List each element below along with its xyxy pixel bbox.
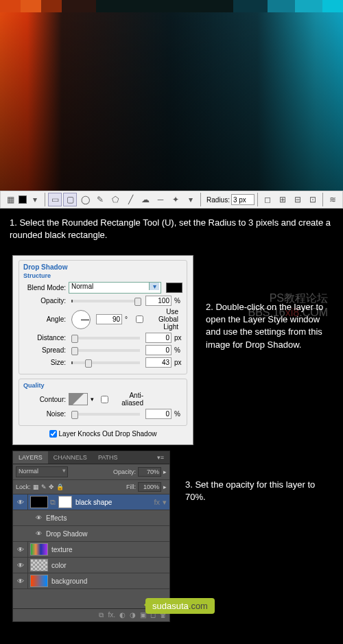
- layer-fill-input[interactable]: [138, 482, 161, 492]
- size-input[interactable]: [145, 357, 172, 368]
- step-3-text: 3. Set the opacity for this layer to 70%…: [185, 479, 329, 503]
- opacity-label: Opacity:: [23, 297, 66, 305]
- eye-icon[interactable]: 👁: [32, 510, 45, 525]
- layer-row-background[interactable]: 👁 background: [13, 573, 169, 589]
- combine-subtract-icon[interactable]: ⊟: [291, 193, 305, 206]
- layer-opacity-input[interactable]: [138, 467, 161, 477]
- distance-input[interactable]: [145, 333, 172, 343]
- eye-icon[interactable]: 👁: [13, 542, 28, 557]
- layer-thumb: [30, 575, 48, 587]
- opacity-input[interactable]: [145, 296, 172, 306]
- structure-label: Structure: [23, 272, 182, 279]
- shadow-color-swatch[interactable]: [166, 283, 182, 293]
- angle-label: Angle:: [23, 315, 66, 323]
- lock-pixels-icon[interactable]: ✎: [41, 484, 47, 490]
- layer-thumb: [30, 496, 48, 508]
- noise-input[interactable]: [145, 409, 172, 419]
- spread-label: Spread:: [23, 346, 66, 354]
- chevron-down-icon[interactable]: ▾: [28, 193, 42, 206]
- size-label: Size:: [23, 359, 66, 366]
- layer-row-color[interactable]: 👁 color: [13, 558, 169, 573]
- mask-icon[interactable]: ◐: [119, 611, 126, 619]
- shape-line2-icon[interactable]: ─: [154, 193, 167, 206]
- fx-badge[interactable]: fx: [154, 498, 160, 506]
- shape-ellipse-icon[interactable]: ◯: [78, 193, 92, 206]
- drop-shadow-title: Drop Shadow: [23, 263, 182, 271]
- canvas-preview: [0, 0, 343, 191]
- layer-drop-shadow-row[interactable]: 👁 Drop Shadow: [13, 526, 169, 542]
- lock-all-icon[interactable]: 🔒: [56, 484, 64, 490]
- shape-custom-icon[interactable]: ☁: [139, 193, 152, 206]
- shape-polygon-icon[interactable]: ⬠: [108, 193, 122, 206]
- tab-paths[interactable]: PATHS: [93, 451, 123, 464]
- layer-knocks-out-checkbox[interactable]: [49, 430, 57, 438]
- combine-intersect-icon[interactable]: ⊡: [306, 193, 320, 206]
- noise-slider[interactable]: [71, 413, 140, 416]
- spread-slider[interactable]: [71, 349, 140, 352]
- drop-shadow-panel: Drop Shadow Drop Shadow Structure Blend …: [12, 255, 193, 445]
- opacity-slider[interactable]: [71, 300, 140, 302]
- lock-position-icon[interactable]: ✥: [49, 484, 54, 490]
- contour-picker[interactable]: [69, 393, 88, 405]
- angle-input[interactable]: [96, 314, 122, 324]
- lock-transparency-icon[interactable]: ▦: [33, 484, 39, 490]
- layer-thumb: [30, 559, 48, 571]
- shape-line-icon[interactable]: ╱: [123, 193, 137, 206]
- options-toolbar: ▦ ▾ ▭ ▢ ◯ ✎ ⬠ ╱ ☁ ─ ✦ ▾ Radius: ◻ ⊞ ⊟ ⊡ …: [0, 191, 343, 208]
- foreground-color-swatch[interactable]: [19, 195, 27, 204]
- panel-menu-icon[interactable]: ▾≡: [152, 451, 169, 464]
- combine-add-icon[interactable]: ⊞: [276, 193, 289, 206]
- eye-icon[interactable]: 👁: [13, 494, 28, 510]
- combine-new-icon[interactable]: ◻: [261, 193, 274, 206]
- eye-icon[interactable]: 👁: [13, 573, 28, 588]
- chevron-right-icon[interactable]: ▸: [163, 468, 167, 475]
- chevron-down-icon[interactable]: ▾: [163, 498, 167, 507]
- eye-icon[interactable]: 👁: [32, 526, 45, 541]
- layer-blend-select[interactable]: Normal: [16, 466, 68, 477]
- eye-icon[interactable]: 👁: [13, 558, 28, 573]
- chevron-down-icon[interactable]: ▾: [184, 193, 198, 206]
- noise-label: Noise:: [23, 410, 66, 418]
- shape-custom2-icon[interactable]: ✦: [169, 193, 182, 206]
- angle-dial[interactable]: [71, 310, 91, 329]
- step-1-text: 1. Select the Rounded Rectangle Tool (U)…: [0, 208, 343, 250]
- shape-pen-icon[interactable]: ✎: [93, 193, 107, 206]
- spread-input[interactable]: [145, 345, 172, 355]
- layer-effects-row[interactable]: 👁 Effects: [13, 510, 169, 526]
- layer-row-texture[interactable]: 👁 texture: [13, 542, 169, 558]
- tab-layers[interactable]: LAYERS: [13, 451, 48, 464]
- tab-channels[interactable]: CHANNELS: [48, 451, 93, 464]
- anti-aliased-checkbox[interactable]: [101, 396, 108, 403]
- layer-mask-thumb: [58, 496, 72, 508]
- distance-label: Distance:: [23, 334, 66, 342]
- global-light-checkbox[interactable]: [136, 315, 143, 323]
- blend-mode-label: Blend Mode:: [23, 284, 66, 291]
- shape-layers-icon[interactable]: ▦: [3, 193, 17, 206]
- shape-roundrect-icon[interactable]: ▢: [63, 193, 77, 206]
- layers-panel: LAYERS CHANNELS PATHS ▾≡ Normal Opacity:…: [12, 451, 170, 622]
- fx-icon[interactable]: fx.: [108, 611, 115, 619]
- chevron-right-icon[interactable]: ▸: [163, 484, 167, 490]
- link-layers-icon[interactable]: ⧉: [99, 611, 104, 619]
- shape-rect-icon[interactable]: ▭: [48, 193, 62, 206]
- contour-label: Contour:: [23, 396, 66, 403]
- distance-slider[interactable]: [71, 337, 140, 339]
- quality-label: Quality: [23, 382, 182, 389]
- layer-row-black-shape[interactable]: 👁 ⧉ black shape fx ▾: [13, 494, 169, 510]
- step-2-text: 2. Double-click on the layer to open the…: [206, 301, 336, 351]
- radius-input[interactable]: [231, 194, 255, 205]
- radius-label: Radius:: [206, 196, 230, 204]
- layer-thumb: [30, 543, 48, 556]
- size-slider[interactable]: [71, 361, 140, 364]
- blend-mode-select[interactable]: Normal: [69, 282, 161, 294]
- sudasuta-badge: sudasuta.com: [145, 598, 215, 614]
- style-icon[interactable]: ≋: [326, 193, 340, 206]
- adjustment-icon[interactable]: ◑: [130, 611, 136, 619]
- link-icon[interactable]: ⧉: [50, 498, 56, 507]
